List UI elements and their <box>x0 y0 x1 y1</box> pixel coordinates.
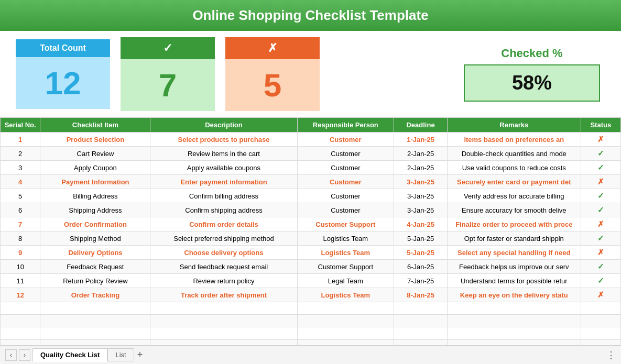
col-item: Checklist Item <box>40 118 150 133</box>
table-body: 1Product SelectionSelect products to pur… <box>1 133 621 346</box>
empty-row <box>1 302 621 315</box>
checked-pct-value: 58% <box>464 64 600 102</box>
status-icon: ✓ <box>597 234 604 242</box>
tab-bar: ‹ › Quality Check List List + ⋮ <box>0 345 621 364</box>
checked-pct-label: Checked % <box>501 47 562 60</box>
table-row: 4Payment InformationEnter payment inform… <box>1 175 621 189</box>
table-row: 10Feedback RequestSend feedback request … <box>1 260 621 274</box>
col-remarks: Remarks <box>447 118 581 133</box>
page-title: Online Shopping Checklist Template <box>192 7 428 23</box>
table-row: 9Delivery OptionsChoose delivery options… <box>1 246 621 260</box>
status-icon: ✓ <box>597 149 604 158</box>
table-row: 7Order ConfirmationConfirm order details… <box>1 217 621 231</box>
status-icon: ✓ <box>597 191 604 200</box>
status-icon: ✓ <box>597 276 604 285</box>
check-count-box: ✓ 7 <box>121 37 215 111</box>
checklist-table-container: Serial No. Checklist Item Description Re… <box>0 117 621 345</box>
check-symbol: ✓ <box>121 37 215 59</box>
total-count-value: 12 <box>16 57 110 109</box>
table-row: 8Shipping MethodSelect preferred shippin… <box>1 231 621 246</box>
checklist-table: Serial No. Checklist Item Description Re… <box>0 117 621 345</box>
x-count-box: ✗ 5 <box>225 37 320 111</box>
tab-next-button[interactable]: › <box>19 349 30 361</box>
total-count-box: Total Count 12 <box>16 39 110 109</box>
check-count-value: 7 <box>121 59 215 111</box>
empty-row <box>1 315 621 327</box>
empty-row <box>1 340 621 346</box>
stats-row: Total Count 12 ✓ 7 ✗ 5 Checked % 58% <box>0 31 621 117</box>
table-row: 1Product SelectionSelect products to pur… <box>1 133 621 147</box>
col-desc: Description <box>150 118 297 133</box>
table-row: 2Cart ReviewReview items in the cartCust… <box>1 147 621 161</box>
table-header-row: Serial No. Checklist Item Description Re… <box>1 118 621 133</box>
col-deadline: Deadline <box>394 118 448 133</box>
tab-add-button[interactable]: + <box>134 349 146 360</box>
status-icon: ✓ <box>597 205 604 214</box>
table-row: 12Order TrackingTrack order after shipme… <box>1 288 621 302</box>
table-row: 11Return Policy ReviewReview return poli… <box>1 274 621 288</box>
page-header: Online Shopping Checklist Template <box>0 0 621 31</box>
status-icon: ✗ <box>597 248 604 257</box>
tab-more-button[interactable]: ⋮ <box>606 349 616 361</box>
col-serial: Serial No. <box>1 118 40 133</box>
status-icon: ✗ <box>597 135 604 144</box>
tab-quality-check-list[interactable]: Quality Check List <box>32 348 107 362</box>
status-icon: ✗ <box>597 177 604 186</box>
col-person: Responsible Person <box>297 118 394 133</box>
table-row: 3Apply CouponApply available couponsCust… <box>1 161 621 175</box>
col-status: Status <box>581 118 620 133</box>
tab-list[interactable]: List <box>107 348 134 361</box>
status-icon: ✗ <box>597 290 604 299</box>
total-count-label: Total Count <box>16 39 110 57</box>
status-icon: ✗ <box>597 219 604 228</box>
table-row: 5Billing AddressConfirm billing addressC… <box>1 189 621 203</box>
status-icon: ✓ <box>597 262 604 271</box>
x-count-value: 5 <box>225 59 320 111</box>
empty-row <box>1 327 621 340</box>
checked-pct-section: Checked % 58% <box>459 47 605 102</box>
status-icon: ✓ <box>597 163 604 172</box>
tab-prev-button[interactable]: ‹ <box>5 349 17 361</box>
x-symbol: ✗ <box>225 37 320 59</box>
table-row: 6Shipping AddressConfirm shipping addres… <box>1 203 621 217</box>
